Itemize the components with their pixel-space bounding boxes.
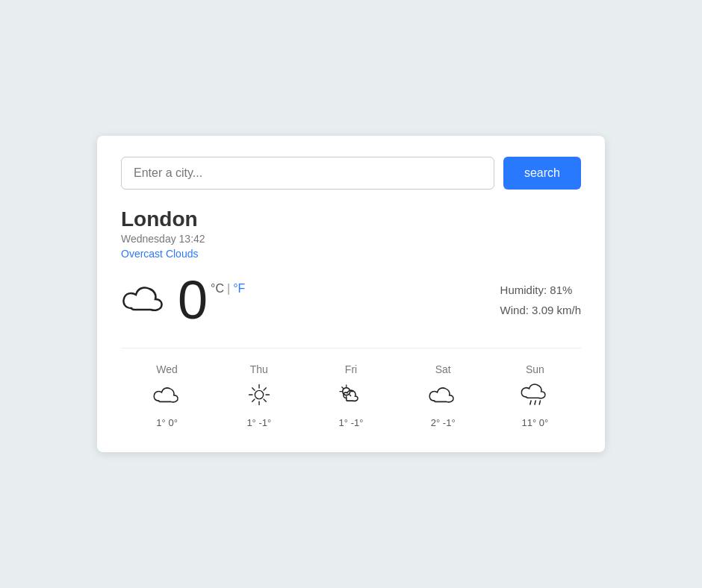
search-input[interactable] — [121, 157, 494, 190]
svg-point-0 — [255, 390, 263, 398]
svg-line-5 — [252, 388, 255, 390]
svg-line-7 — [264, 388, 266, 390]
current-weather: 0 °C | °F Humidity: 81% Wind: 3.09 km/h — [121, 273, 581, 327]
fahrenheit-unit[interactable]: °F — [233, 282, 245, 295]
forecast-day: Sat 2° -1° — [397, 363, 489, 428]
forecast-icon — [520, 381, 550, 411]
forecast-day: Thu 1° -1° — [213, 363, 305, 428]
temperature-display: 0 °C | °F — [178, 273, 245, 327]
unit-toggle: °C | °F — [211, 273, 245, 295]
forecast-temps: 1° 0° — [156, 417, 177, 428]
weather-description: Overcast Clouds — [121, 248, 581, 260]
forecast-temps: 1° -1° — [339, 417, 364, 428]
forecast-icon — [428, 381, 458, 411]
forecast-day-label: Sun — [526, 363, 544, 375]
forecast-icon — [244, 381, 274, 411]
svg-line-17 — [535, 401, 535, 404]
forecast-day: Sun 11° 0° — [489, 363, 581, 428]
forecast-temps: 1° -1° — [246, 417, 271, 428]
forecast-icon — [152, 381, 182, 411]
forecast-section: Wed 1° 0° Thu 1° -1° Fri — [121, 348, 581, 428]
forecast-day-label: Sat — [435, 363, 451, 375]
temperature-section: 0 °C | °F — [121, 273, 245, 327]
svg-line-6 — [264, 399, 266, 401]
forecast-day-label: Wed — [156, 363, 178, 375]
humidity: Humidity: 81% — [500, 280, 581, 300]
svg-line-18 — [540, 401, 541, 404]
forecast-day: Wed 1° 0° — [121, 363, 213, 428]
svg-line-16 — [530, 401, 531, 404]
svg-line-15 — [350, 395, 351, 396]
current-weather-icon — [121, 280, 169, 320]
forecast-icon — [336, 381, 366, 411]
city-name: London — [121, 207, 581, 231]
celsius-unit: °C — [211, 282, 224, 295]
weather-stats: Humidity: 81% Wind: 3.09 km/h — [500, 280, 581, 320]
search-row: search — [121, 157, 581, 190]
svg-line-8 — [252, 399, 255, 401]
date-time: Wednesday 13:42 — [121, 233, 581, 245]
unit-separator: | — [227, 282, 230, 295]
forecast-day-label: Fri — [345, 363, 357, 375]
forecast-temps: 2° -1° — [431, 417, 456, 428]
wind: Wind: 3.09 km/h — [500, 300, 581, 320]
search-button[interactable]: search — [503, 157, 581, 190]
forecast-day-label: Thu — [250, 363, 268, 375]
weather-card: search London Wednesday 13:42 Overcast C… — [97, 136, 605, 452]
forecast-temps: 11° 0° — [522, 417, 549, 428]
svg-line-14 — [342, 387, 344, 389]
temperature-value: 0 — [178, 273, 208, 327]
forecast-day: Fri 1° -1° — [305, 363, 397, 428]
